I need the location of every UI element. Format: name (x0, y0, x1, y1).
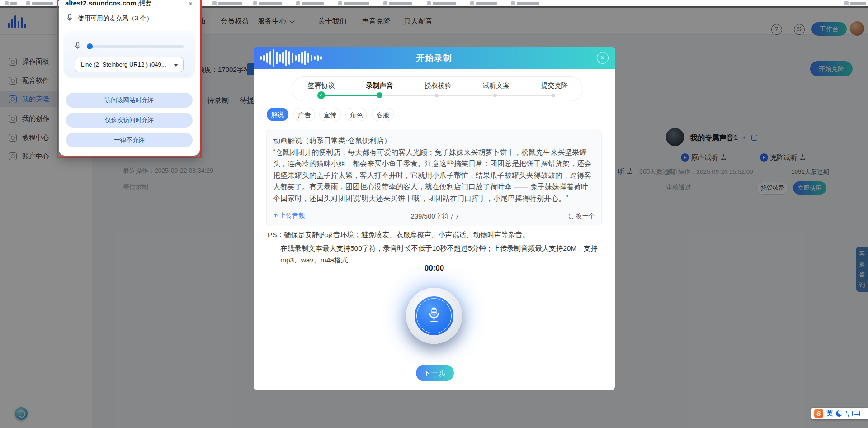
refresh-icon (569, 214, 574, 219)
ime-punctuation-toggle[interactable]: ’, (845, 410, 849, 417)
mic-level-track (88, 45, 184, 48)
ime-toolbar: S 英 ’, (811, 408, 868, 419)
ime-logo-icon[interactable]: S (814, 409, 823, 418)
step-pending-dot (552, 94, 555, 97)
bookmark-item[interactable] (844, 1, 866, 5)
step-pending-dot (435, 94, 439, 97)
eraser-icon[interactable] (451, 214, 458, 219)
tab-promotion[interactable]: 宣传 (319, 108, 341, 121)
char-count-value: 239/500字符 (410, 212, 448, 220)
bookmark-item[interactable] (5, 1, 17, 5)
close-icon[interactable]: × (189, 0, 193, 8)
script-textarea[interactable]: 动画解说（萌系日常类·仓鼠便利店） “仓鼠团团开的便利店，每天都有可爱的客人光顾… (266, 129, 602, 226)
script-footer: 上传音频 239/500字符 换一个 (273, 212, 595, 222)
record-timer: 00:00 (254, 264, 615, 273)
script-title: 动画解说（萌系日常类·仓鼠便利店） (273, 135, 595, 147)
mic-level-card: Line (2- Steinberg UR12 ) (049... (64, 32, 194, 77)
tab-narration[interactable]: 解说 (267, 108, 288, 121)
record-button[interactable] (406, 288, 462, 344)
progress-line (383, 95, 435, 96)
tab-character[interactable]: 角色 (345, 108, 367, 121)
step-listen-script: 试听文案 (467, 81, 525, 90)
record-modal: 开始录制 × 签署协议 录制声音 授权核验 试听文案 提交克隆 ✓ 解说 广告 … (254, 47, 615, 390)
ps-note-2: 在线录制文本最大支持500字符，录音时长不低于10秒不超过5分钟；上传录制音频最… (280, 243, 599, 266)
mic-device-value: Line (2- Steinberg UR12 ) (049... (81, 61, 166, 68)
chevron-down-icon (174, 64, 178, 67)
microphone-icon (66, 14, 73, 22)
bookmark-item[interactable] (212, 1, 242, 5)
allow-this-time-button[interactable]: 仅这次访问时允许 (66, 113, 193, 128)
keyboard-icon[interactable] (852, 411, 860, 416)
bookmark-item[interactable] (338, 1, 369, 5)
bookmark-item[interactable] (427, 1, 456, 5)
step-sign-agreement: 签署协议 (292, 81, 350, 90)
progress-line (497, 95, 552, 96)
modal-header: 开始录制 × (254, 47, 615, 69)
tab-advertisement[interactable]: 广告 (293, 108, 315, 121)
bookmark-item[interactable] (296, 1, 324, 5)
modal-title: 开始录制 (254, 47, 615, 69)
progress-line-done (326, 95, 377, 96)
change-script-button[interactable]: 换一个 (569, 212, 595, 220)
bookmark-item[interactable] (470, 1, 497, 5)
progress-line (439, 95, 493, 96)
steps-progress: 签署协议 录制声音 授权核验 试听文案 提交克隆 ✓ (292, 76, 583, 101)
step-check-icon: ✓ (317, 91, 325, 99)
step-record-voice: 录制声音 (350, 81, 409, 90)
step-authorization-check: 授权核验 (409, 81, 467, 90)
tab-customer-service[interactable]: 客服 (372, 108, 394, 121)
ime-language-toggle[interactable]: 英 (826, 409, 833, 418)
wants-label: 想要 (138, 0, 152, 7)
bookmark-item[interactable] (383, 1, 412, 5)
step-active-dot (377, 92, 382, 98)
step-pending-dot (493, 94, 497, 97)
moon-icon[interactable] (836, 410, 842, 417)
bookmark-item[interactable] (511, 1, 539, 5)
microphone-icon (415, 296, 453, 335)
script-body: “仓鼠团团开的便利店，每天都有可爱的客人光顾：兔子妹妹来买胡萝卜饼干，松鼠先生来… (273, 147, 595, 204)
mic-level-indicator (87, 43, 93, 49)
permission-title: altest2.soundcos.com 想要 (65, 0, 152, 8)
never-allow-button[interactable]: 一律不允许 (66, 133, 193, 147)
allow-on-visit-button[interactable]: 访问该网站时允许 (66, 93, 193, 108)
bookmark-item[interactable] (253, 1, 282, 5)
change-script-label: 换一个 (576, 212, 595, 219)
permission-request-text: 使用可用的麦克风（3 个） (78, 14, 153, 23)
step-submit-clone: 提交克隆 (525, 81, 584, 90)
site-origin: altest2.soundcos.com (65, 0, 137, 7)
microphone-icon (75, 42, 81, 50)
mic-device-select[interactable]: Line (2- Steinberg UR12 ) (049... (75, 57, 184, 72)
close-icon[interactable]: × (597, 52, 609, 64)
next-step-button[interactable]: 下一步 (416, 365, 454, 381)
bookmark-item[interactable] (26, 1, 53, 5)
char-count: 239/500字符 (273, 212, 595, 221)
ps-note-1: PS：确保是安静的录音环境；避免喷麦、衣服摩擦声、小声说话、动物叫声等杂音。 (268, 229, 529, 241)
mic-permission-popup: altest2.soundcos.com 想要 × 使用可用的麦克风（3 个） … (59, 0, 200, 156)
